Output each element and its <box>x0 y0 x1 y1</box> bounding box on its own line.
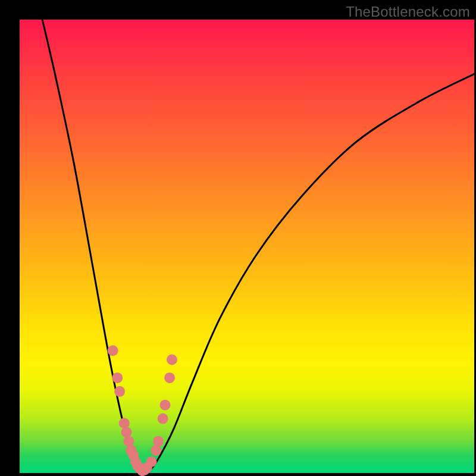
marker-dot <box>108 345 118 356</box>
marker-dot <box>153 436 164 447</box>
marker-dot <box>159 400 170 411</box>
plot-area <box>20 20 474 473</box>
marker-dot <box>123 436 134 447</box>
marker-dot <box>112 372 123 383</box>
marker-dots-group <box>108 345 177 476</box>
marker-dot <box>114 386 125 397</box>
bottleneck-curve-svg <box>20 20 474 473</box>
marker-dot <box>146 456 157 467</box>
marker-dot <box>151 445 161 456</box>
marker-dot <box>119 418 130 428</box>
watermark-text: TheBottleneck.com <box>346 4 470 20</box>
marker-dot <box>158 414 168 424</box>
chart-frame: TheBottleneck.com <box>0 0 476 476</box>
curve-path-group <box>42 20 474 474</box>
marker-dot <box>164 372 175 383</box>
bottleneck-curve <box>42 20 474 474</box>
marker-dot <box>121 427 132 437</box>
marker-dot <box>167 355 177 365</box>
